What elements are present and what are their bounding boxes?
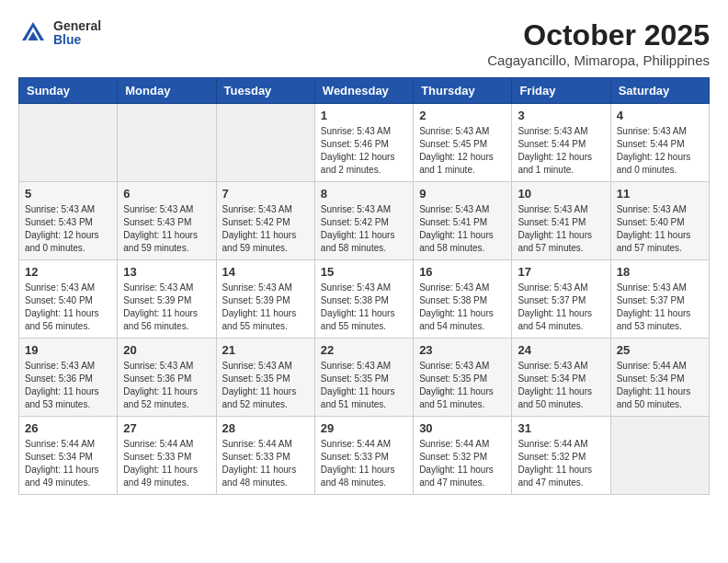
day-info: Sunrise: 5:43 AMSunset: 5:36 PMDaylight:… (123, 360, 210, 411)
day-info: Sunrise: 5:43 AMSunset: 5:41 PMDaylight:… (419, 203, 506, 255)
calendar-week-row: 1Sunrise: 5:43 AMSunset: 5:46 PMDaylight… (19, 104, 710, 182)
day-info: Sunrise: 5:43 AMSunset: 5:44 PMDaylight:… (518, 125, 604, 177)
table-row: 13Sunrise: 5:43 AMSunset: 5:39 PMDayligh… (118, 260, 216, 339)
day-info: Sunrise: 5:43 AMSunset: 5:38 PMDaylight:… (321, 282, 407, 333)
day-number: 2 (419, 109, 506, 122)
logo-general-text: General (53, 19, 101, 33)
day-info: Sunrise: 5:43 AMSunset: 5:35 PMDaylight:… (321, 360, 407, 411)
table-row: 7Sunrise: 5:43 AMSunset: 5:42 PMDaylight… (216, 182, 314, 260)
day-number: 15 (321, 265, 407, 279)
calendar-week-row: 19Sunrise: 5:43 AMSunset: 5:36 PMDayligh… (19, 339, 710, 417)
day-info: Sunrise: 5:44 AMSunset: 5:34 PMDaylight:… (617, 360, 703, 411)
header: General Blue October 2025 Cagayancillo, … (18, 18, 710, 68)
day-number: 26 (25, 421, 111, 435)
table-row: 18Sunrise: 5:43 AMSunset: 5:37 PMDayligh… (610, 260, 709, 339)
day-number: 30 (419, 421, 506, 435)
day-info: Sunrise: 5:43 AMSunset: 5:41 PMDaylight:… (518, 203, 604, 255)
day-number: 22 (321, 343, 407, 357)
table-row: 27Sunrise: 5:44 AMSunset: 5:33 PMDayligh… (118, 417, 216, 495)
table-row (610, 417, 709, 495)
table-row: 5Sunrise: 5:43 AMSunset: 5:43 PMDaylight… (19, 182, 118, 260)
logo-blue-text: Blue (53, 33, 101, 47)
day-number: 14 (222, 265, 309, 279)
day-number: 28 (222, 421, 309, 435)
day-number: 27 (123, 421, 210, 435)
table-row (19, 104, 118, 182)
col-sunday: Sunday (19, 78, 118, 104)
table-row: 4Sunrise: 5:43 AMSunset: 5:44 PMDaylight… (610, 104, 709, 182)
day-info: Sunrise: 5:44 AMSunset: 5:34 PMDaylight:… (25, 438, 111, 489)
calendar-header-row: Sunday Monday Tuesday Wednesday Thursday… (19, 78, 710, 104)
day-number: 5 (25, 187, 111, 201)
day-number: 9 (419, 187, 506, 201)
table-row: 10Sunrise: 5:43 AMSunset: 5:41 PMDayligh… (512, 182, 610, 260)
col-friday: Friday (512, 78, 610, 104)
day-number: 24 (518, 343, 604, 357)
table-row: 1Sunrise: 5:43 AMSunset: 5:46 PMDaylight… (314, 104, 413, 182)
day-info: Sunrise: 5:43 AMSunset: 5:40 PMDaylight:… (25, 282, 111, 333)
logo-icon (18, 18, 48, 48)
table-row (216, 104, 314, 182)
day-number: 18 (617, 265, 703, 279)
day-info: Sunrise: 5:43 AMSunset: 5:43 PMDaylight:… (123, 203, 210, 255)
day-number: 12 (25, 265, 111, 279)
col-tuesday: Tuesday (216, 78, 314, 104)
day-number: 8 (321, 187, 407, 201)
table-row: 28Sunrise: 5:44 AMSunset: 5:33 PMDayligh… (216, 417, 314, 495)
logo-text: General Blue (53, 19, 101, 48)
table-row (118, 104, 216, 182)
day-info: Sunrise: 5:43 AMSunset: 5:42 PMDaylight:… (321, 203, 407, 255)
table-row: 17Sunrise: 5:43 AMSunset: 5:37 PMDayligh… (512, 260, 610, 339)
table-row: 8Sunrise: 5:43 AMSunset: 5:42 PMDaylight… (314, 182, 413, 260)
day-info: Sunrise: 5:43 AMSunset: 5:46 PMDaylight:… (321, 125, 407, 177)
table-row: 16Sunrise: 5:43 AMSunset: 5:38 PMDayligh… (414, 260, 512, 339)
day-number: 23 (419, 343, 506, 357)
table-row: 3Sunrise: 5:43 AMSunset: 5:44 PMDaylight… (512, 104, 610, 182)
table-row: 26Sunrise: 5:44 AMSunset: 5:34 PMDayligh… (19, 417, 118, 495)
day-number: 16 (419, 265, 506, 279)
table-row: 30Sunrise: 5:44 AMSunset: 5:32 PMDayligh… (414, 417, 512, 495)
calendar-week-row: 26Sunrise: 5:44 AMSunset: 5:34 PMDayligh… (19, 417, 710, 495)
day-number: 29 (321, 421, 407, 435)
table-row: 31Sunrise: 5:44 AMSunset: 5:32 PMDayligh… (512, 417, 610, 495)
calendar-table: Sunday Monday Tuesday Wednesday Thursday… (18, 77, 710, 495)
day-info: Sunrise: 5:43 AMSunset: 5:44 PMDaylight:… (617, 125, 703, 177)
col-saturday: Saturday (610, 78, 709, 104)
day-number: 17 (518, 265, 604, 279)
day-info: Sunrise: 5:43 AMSunset: 5:37 PMDaylight:… (518, 282, 604, 333)
day-info: Sunrise: 5:43 AMSunset: 5:36 PMDaylight:… (25, 360, 111, 411)
table-row: 6Sunrise: 5:43 AMSunset: 5:43 PMDaylight… (118, 182, 216, 260)
table-row: 9Sunrise: 5:43 AMSunset: 5:41 PMDaylight… (414, 182, 512, 260)
day-number: 21 (222, 343, 309, 357)
day-number: 31 (518, 421, 604, 435)
title-block: October 2025 Cagayancillo, Mimaropa, Phi… (487, 18, 710, 68)
day-info: Sunrise: 5:43 AMSunset: 5:39 PMDaylight:… (123, 282, 210, 333)
day-info: Sunrise: 5:43 AMSunset: 5:37 PMDaylight:… (617, 282, 703, 333)
day-info: Sunrise: 5:44 AMSunset: 5:33 PMDaylight:… (222, 438, 309, 489)
day-number: 25 (617, 343, 703, 357)
day-number: 3 (518, 109, 604, 122)
day-number: 4 (617, 109, 703, 122)
day-info: Sunrise: 5:43 AMSunset: 5:43 PMDaylight:… (25, 203, 111, 255)
col-monday: Monday (118, 78, 216, 104)
table-row: 11Sunrise: 5:43 AMSunset: 5:40 PMDayligh… (610, 182, 709, 260)
table-row: 15Sunrise: 5:43 AMSunset: 5:38 PMDayligh… (314, 260, 413, 339)
calendar-week-row: 12Sunrise: 5:43 AMSunset: 5:40 PMDayligh… (19, 260, 710, 339)
calendar-week-row: 5Sunrise: 5:43 AMSunset: 5:43 PMDaylight… (19, 182, 710, 260)
day-info: Sunrise: 5:44 AMSunset: 5:32 PMDaylight:… (419, 438, 506, 489)
day-info: Sunrise: 5:43 AMSunset: 5:39 PMDaylight:… (222, 282, 309, 333)
page-container: General Blue October 2025 Cagayancillo, … (18, 18, 710, 495)
col-wednesday: Wednesday (314, 78, 413, 104)
day-number: 7 (222, 187, 309, 201)
day-number: 10 (518, 187, 604, 201)
table-row: 24Sunrise: 5:43 AMSunset: 5:34 PMDayligh… (512, 339, 610, 417)
table-row: 25Sunrise: 5:44 AMSunset: 5:34 PMDayligh… (610, 339, 709, 417)
day-info: Sunrise: 5:44 AMSunset: 5:33 PMDaylight:… (123, 438, 210, 489)
day-number: 19 (25, 343, 111, 357)
table-row: 20Sunrise: 5:43 AMSunset: 5:36 PMDayligh… (118, 339, 216, 417)
day-number: 13 (123, 265, 210, 279)
table-row: 21Sunrise: 5:43 AMSunset: 5:35 PMDayligh… (216, 339, 314, 417)
day-info: Sunrise: 5:44 AMSunset: 5:32 PMDaylight:… (518, 438, 604, 489)
table-row: 29Sunrise: 5:44 AMSunset: 5:33 PMDayligh… (314, 417, 413, 495)
day-number: 11 (617, 187, 703, 201)
